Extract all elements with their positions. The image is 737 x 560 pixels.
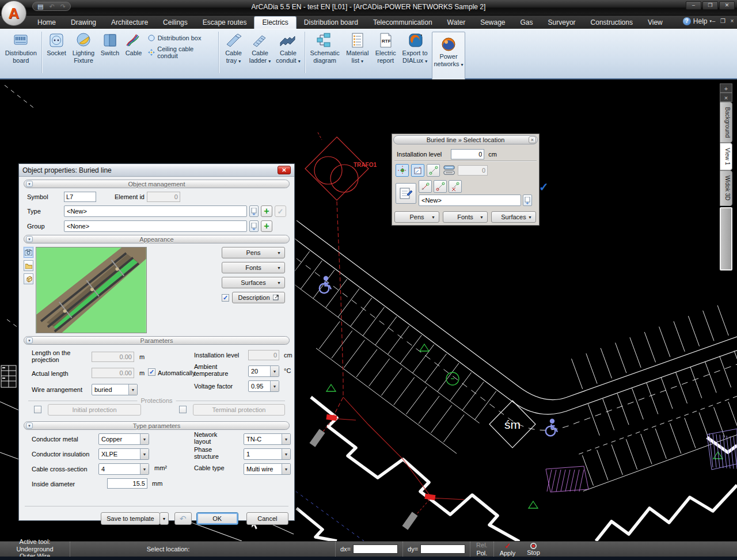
- palette-title-bar[interactable]: Buried line » Select location ×: [393, 135, 538, 144]
- palette-pens-button[interactable]: Pens▼: [394, 211, 439, 223]
- tab-constructions[interactable]: Constructions: [583, 17, 640, 29]
- conductor-insulation-dropdown[interactable]: XLPE▼: [98, 448, 149, 460]
- tab-telecommunication[interactable]: Telecommunication: [366, 17, 440, 29]
- view-tab-view1[interactable]: View 1: [720, 143, 732, 170]
- add-vertex-button[interactable]: +: [419, 180, 432, 193]
- cable-cross-section-dropdown[interactable]: 4▼: [98, 463, 149, 475]
- cable-conduit-button[interactable]: Cable conduit ▾: [274, 31, 302, 64]
- initial-protection-checkbox[interactable]: ✓: [34, 406, 41, 413]
- collapse-icon[interactable]: ▼: [26, 337, 33, 344]
- add-group-button[interactable]: +: [261, 220, 272, 232]
- coordinate-mode-toggle[interactable]: Rel. Pol.: [470, 542, 494, 557]
- offset-mode-button[interactable]: [442, 164, 455, 177]
- distribution-board-button[interactable]: Distribution board: [3, 31, 39, 64]
- tab-escape-routes[interactable]: Escape routes: [195, 17, 254, 29]
- element-id-input[interactable]: [147, 192, 180, 202]
- type-combo[interactable]: <New>: [419, 195, 521, 206]
- doc-close-button[interactable]: ×: [728, 18, 736, 24]
- view-tab-background[interactable]: Background: [720, 102, 732, 143]
- minimize-button[interactable]: –: [686, 1, 701, 10]
- description-button[interactable]: Description: [232, 292, 285, 303]
- preview-symbol-button[interactable]: [24, 260, 33, 271]
- reference-point-button[interactable]: *: [411, 164, 424, 177]
- collapse-icon[interactable]: ▼: [26, 236, 33, 242]
- dy-input[interactable]: [420, 544, 465, 554]
- symbol-input[interactable]: [64, 192, 96, 202]
- group-value-combo[interactable]: <None>: [64, 220, 247, 232]
- dialog-close-icon[interactable]: ✕: [278, 166, 291, 174]
- ambient-temperature-dropdown[interactable]: 20▼: [248, 365, 279, 377]
- segment-mode-button[interactable]: [427, 164, 440, 177]
- cable-type-dropdown[interactable]: Multi wire▼: [244, 463, 291, 475]
- doc-minimize-button[interactable]: –: [710, 18, 717, 24]
- collapse-icon[interactable]: ▼: [26, 181, 33, 187]
- surfaces-button[interactable]: Surfaces▼: [222, 277, 285, 288]
- conductor-metal-dropdown[interactable]: Copper▼: [98, 433, 149, 445]
- help-menu[interactable]: ? Help ▾: [683, 17, 712, 25]
- template-picker-button[interactable]: [523, 195, 532, 206]
- socket-button[interactable]: Socket: [44, 31, 69, 57]
- dx-input[interactable]: [353, 544, 398, 554]
- installation-level-input[interactable]: [248, 350, 279, 360]
- view-tab-widok-3d[interactable]: Widok 3D: [720, 170, 732, 205]
- cable-button[interactable]: Cable: [123, 31, 144, 57]
- ceiling-cable-conduit-button[interactable]: Ceiling cable conduit: [147, 45, 214, 59]
- pens-button[interactable]: Pens▼: [222, 247, 285, 258]
- close-button[interactable]: ✕: [719, 1, 735, 10]
- edit-vertex-button[interactable]: [434, 180, 447, 193]
- delete-vertex-button[interactable]: [449, 180, 462, 193]
- cable-tray-button[interactable]: Cable tray ▾: [221, 31, 246, 64]
- switch-button[interactable]: Cable Switch: [98, 31, 121, 57]
- ok-button[interactable]: OK: [196, 512, 238, 525]
- voltage-factor-dropdown[interactable]: 0.95▼: [248, 380, 279, 392]
- tab-surveyor[interactable]: Surveyor: [541, 17, 583, 29]
- initial-protection-button[interactable]: Initial protection: [48, 404, 141, 416]
- tab-architecture[interactable]: Architecture: [104, 17, 155, 29]
- doc-restore-button[interactable]: ❐: [719, 18, 727, 24]
- actual-length-input[interactable]: [92, 368, 134, 378]
- type-template-picker-button[interactable]: [249, 205, 259, 217]
- save-to-template-button[interactable]: Save to template: [101, 512, 160, 525]
- terminal-protection-button[interactable]: Terminal protection: [193, 404, 285, 416]
- confirm-check-button[interactable]: ✓: [539, 180, 549, 194]
- schematic-diagram-button[interactable]: Schematic diagram: [307, 31, 343, 64]
- tab-water[interactable]: Water: [440, 17, 473, 29]
- cancel-button[interactable]: Cancel: [246, 512, 288, 525]
- tab-distribution-board[interactable]: Distribution board: [297, 17, 366, 29]
- inside-diameter-input[interactable]: [107, 478, 147, 489]
- offset-value-input[interactable]: [458, 165, 488, 176]
- phase-structure-dropdown[interactable]: 1▼: [244, 448, 291, 460]
- automatically-checkbox[interactable]: ✓: [148, 368, 155, 376]
- preview-3d-button[interactable]: [24, 273, 33, 284]
- stop-button[interactable]: Stop: [521, 542, 546, 557]
- accept-type-button[interactable]: ✓: [275, 205, 286, 217]
- apply-button[interactable]: ✓ Apply: [494, 542, 522, 557]
- description-checkbox[interactable]: ✓: [222, 294, 229, 302]
- palette-surfaces-button[interactable]: Surfaces▼: [491, 211, 536, 223]
- export-dialux-button[interactable]: Export to DIALux ▾: [400, 31, 430, 64]
- material-list-button[interactable]: Material list ▾: [343, 31, 371, 64]
- save-template-arrow-button[interactable]: ▼: [159, 512, 169, 525]
- installation-level-input[interactable]: [451, 149, 484, 159]
- collapse-icon[interactable]: ▼: [26, 422, 33, 429]
- tab-home[interactable]: Home: [30, 17, 63, 29]
- terminal-protection-checkbox[interactable]: ✓: [179, 406, 187, 413]
- network-layout-dropdown[interactable]: TN-C▼: [244, 433, 291, 445]
- cable-ladder-button[interactable]: Cable ladder ▾: [247, 31, 273, 64]
- tab-drawing[interactable]: Drawing: [63, 17, 104, 29]
- fonts-button[interactable]: Fonts▼: [222, 262, 285, 273]
- tab-sewage[interactable]: Sewage: [473, 17, 512, 29]
- section-appearance[interactable]: ▼ Appearance: [24, 235, 290, 243]
- section-object-management[interactable]: ▼ Object management: [24, 180, 290, 188]
- preview-photo-button[interactable]: [24, 247, 33, 258]
- distribution-box-button[interactable]: Distribution box: [147, 34, 214, 42]
- palette-close-icon[interactable]: ×: [529, 136, 536, 143]
- tab-view[interactable]: View: [640, 17, 670, 29]
- tab-electrics[interactable]: Electrics: [254, 16, 296, 29]
- type-value-combo[interactable]: <New>: [64, 205, 247, 217]
- close-view-icon[interactable]: ×: [720, 93, 732, 102]
- tab-gas[interactable]: Gas: [513, 17, 541, 29]
- dialog-title-bar[interactable]: Object properties: Buried line ✕: [19, 164, 294, 177]
- tracking-toggle-button[interactable]: [396, 164, 409, 177]
- section-type-parameters[interactable]: ▼ Type parameters: [24, 421, 290, 430]
